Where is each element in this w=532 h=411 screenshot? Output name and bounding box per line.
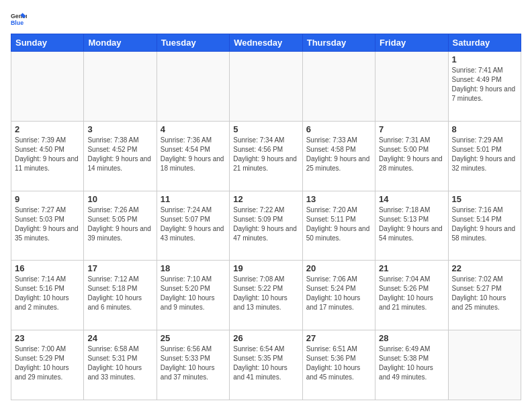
calendar-cell	[375, 52, 448, 122]
calendar-cell: 15Sunrise: 7:16 AM Sunset: 5:14 PM Dayli…	[448, 191, 521, 261]
day-info: Sunrise: 7:33 AM Sunset: 4:58 PM Dayligh…	[306, 136, 371, 173]
calendar-week-3: 16Sunrise: 7:14 AM Sunset: 5:16 PM Dayli…	[11, 261, 521, 330]
weekday-header-tuesday: Tuesday	[157, 34, 229, 52]
day-number: 4	[161, 124, 226, 134]
day-number: 26	[233, 333, 298, 343]
calendar-cell: 2Sunrise: 7:39 AM Sunset: 4:50 PM Daylig…	[11, 121, 84, 191]
logo: General Blue	[11, 11, 30, 27]
day-info: Sunrise: 7:29 AM Sunset: 5:01 PM Dayligh…	[452, 136, 517, 173]
day-number: 19	[233, 263, 298, 273]
day-number: 18	[161, 263, 226, 273]
day-info: Sunrise: 7:14 AM Sunset: 5:16 PM Dayligh…	[15, 275, 80, 312]
day-info: Sunrise: 7:10 AM Sunset: 5:20 PM Dayligh…	[161, 275, 226, 312]
day-number: 17	[87, 263, 152, 273]
calendar-cell	[230, 52, 302, 122]
day-info: Sunrise: 7:00 AM Sunset: 5:29 PM Dayligh…	[15, 345, 80, 382]
day-info: Sunrise: 6:54 AM Sunset: 5:35 PM Dayligh…	[233, 345, 298, 382]
calendar-cell: 11Sunrise: 7:24 AM Sunset: 5:07 PM Dayli…	[157, 191, 229, 261]
day-number: 14	[379, 194, 444, 204]
calendar-cell: 22Sunrise: 7:02 AM Sunset: 5:27 PM Dayli…	[448, 261, 521, 330]
day-info: Sunrise: 6:58 AM Sunset: 5:31 PM Dayligh…	[87, 345, 152, 382]
day-number: 15	[452, 194, 517, 204]
day-number: 24	[87, 333, 152, 343]
calendar-cell: 23Sunrise: 7:00 AM Sunset: 5:29 PM Dayli…	[11, 330, 84, 400]
calendar-cell: 16Sunrise: 7:14 AM Sunset: 5:16 PM Dayli…	[11, 261, 84, 330]
day-info: Sunrise: 7:36 AM Sunset: 4:54 PM Dayligh…	[161, 136, 226, 173]
day-number: 23	[15, 333, 80, 343]
day-info: Sunrise: 7:41 AM Sunset: 4:49 PM Dayligh…	[452, 66, 517, 103]
calendar-cell: 4Sunrise: 7:36 AM Sunset: 4:54 PM Daylig…	[157, 121, 229, 191]
calendar-cell: 9Sunrise: 7:27 AM Sunset: 5:03 PM Daylig…	[11, 191, 84, 261]
calendar-cell: 13Sunrise: 7:20 AM Sunset: 5:11 PM Dayli…	[302, 191, 375, 261]
day-info: Sunrise: 6:56 AM Sunset: 5:33 PM Dayligh…	[161, 345, 226, 382]
calendar-cell: 19Sunrise: 7:08 AM Sunset: 5:22 PM Dayli…	[230, 261, 302, 330]
day-number: 27	[306, 333, 371, 343]
day-info: Sunrise: 7:31 AM Sunset: 5:00 PM Dayligh…	[379, 136, 444, 173]
calendar-cell: 7Sunrise: 7:31 AM Sunset: 5:00 PM Daylig…	[375, 121, 448, 191]
weekday-header-monday: Monday	[84, 34, 157, 52]
calendar-cell: 1Sunrise: 7:41 AM Sunset: 4:49 PM Daylig…	[448, 52, 521, 122]
calendar-cell: 14Sunrise: 7:18 AM Sunset: 5:13 PM Dayli…	[375, 191, 448, 261]
svg-text:Blue: Blue	[11, 19, 24, 26]
day-info: Sunrise: 7:24 AM Sunset: 5:07 PM Dayligh…	[161, 205, 226, 243]
day-info: Sunrise: 7:39 AM Sunset: 4:50 PM Dayligh…	[15, 136, 80, 173]
day-number: 10	[87, 194, 152, 204]
page: General Blue SundayMondayTuesdayWednesda…	[0, 0, 532, 411]
calendar-cell	[448, 330, 521, 400]
day-info: Sunrise: 7:16 AM Sunset: 5:14 PM Dayligh…	[452, 205, 517, 243]
day-info: Sunrise: 6:51 AM Sunset: 5:36 PM Dayligh…	[306, 345, 371, 382]
day-info: Sunrise: 6:49 AM Sunset: 5:38 PM Dayligh…	[379, 345, 444, 382]
day-info: Sunrise: 7:38 AM Sunset: 4:52 PM Dayligh…	[87, 136, 152, 173]
day-number: 9	[15, 194, 80, 204]
calendar-cell: 21Sunrise: 7:04 AM Sunset: 5:26 PM Dayli…	[375, 261, 448, 330]
calendar-cell	[84, 52, 157, 122]
day-info: Sunrise: 7:22 AM Sunset: 5:09 PM Dayligh…	[233, 205, 298, 243]
calendar-table: SundayMondayTuesdayWednesdayThursdayFrid…	[11, 34, 521, 400]
calendar-cell: 18Sunrise: 7:10 AM Sunset: 5:20 PM Dayli…	[157, 261, 229, 330]
day-info: Sunrise: 7:34 AM Sunset: 4:56 PM Dayligh…	[233, 136, 298, 173]
calendar-cell: 28Sunrise: 6:49 AM Sunset: 5:38 PM Dayli…	[375, 330, 448, 400]
calendar-cell	[11, 52, 84, 122]
calendar-cell: 3Sunrise: 7:38 AM Sunset: 4:52 PM Daylig…	[84, 121, 157, 191]
day-number: 12	[233, 194, 298, 204]
weekday-header-thursday: Thursday	[302, 34, 375, 52]
weekday-header-wednesday: Wednesday	[230, 34, 302, 52]
day-info: Sunrise: 7:26 AM Sunset: 5:05 PM Dayligh…	[87, 205, 152, 243]
calendar-cell: 20Sunrise: 7:06 AM Sunset: 5:24 PM Dayli…	[302, 261, 375, 330]
calendar-cell: 6Sunrise: 7:33 AM Sunset: 4:58 PM Daylig…	[302, 121, 375, 191]
calendar-cell	[157, 52, 229, 122]
calendar-cell: 27Sunrise: 6:51 AM Sunset: 5:36 PM Dayli…	[302, 330, 375, 400]
day-number: 1	[452, 54, 517, 64]
day-number: 7	[379, 124, 444, 134]
calendar-cell: 12Sunrise: 7:22 AM Sunset: 5:09 PM Dayli…	[230, 191, 302, 261]
day-number: 25	[161, 333, 226, 343]
day-number: 13	[306, 194, 371, 204]
calendar-week-1: 2Sunrise: 7:39 AM Sunset: 4:50 PM Daylig…	[11, 121, 521, 191]
day-number: 28	[379, 333, 444, 343]
calendar-cell: 25Sunrise: 6:56 AM Sunset: 5:33 PM Dayli…	[157, 330, 229, 400]
day-info: Sunrise: 7:20 AM Sunset: 5:11 PM Dayligh…	[306, 205, 371, 243]
day-number: 11	[161, 194, 226, 204]
day-number: 16	[15, 263, 80, 273]
calendar-cell: 5Sunrise: 7:34 AM Sunset: 4:56 PM Daylig…	[230, 121, 302, 191]
day-info: Sunrise: 7:27 AM Sunset: 5:03 PM Dayligh…	[15, 205, 80, 243]
calendar-cell: 10Sunrise: 7:26 AM Sunset: 5:05 PM Dayli…	[84, 191, 157, 261]
day-number: 3	[87, 124, 152, 134]
calendar-week-0: 1Sunrise: 7:41 AM Sunset: 4:49 PM Daylig…	[11, 52, 521, 122]
weekday-header-saturday: Saturday	[448, 34, 521, 52]
calendar-week-4: 23Sunrise: 7:00 AM Sunset: 5:29 PM Dayli…	[11, 330, 521, 400]
day-number: 20	[306, 263, 371, 273]
day-info: Sunrise: 7:04 AM Sunset: 5:26 PM Dayligh…	[379, 275, 444, 312]
calendar-week-2: 9Sunrise: 7:27 AM Sunset: 5:03 PM Daylig…	[11, 191, 521, 261]
calendar-cell: 24Sunrise: 6:58 AM Sunset: 5:31 PM Dayli…	[84, 330, 157, 400]
day-number: 22	[452, 263, 517, 273]
day-info: Sunrise: 7:12 AM Sunset: 5:18 PM Dayligh…	[87, 275, 152, 312]
calendar-cell: 17Sunrise: 7:12 AM Sunset: 5:18 PM Dayli…	[84, 261, 157, 330]
day-number: 21	[379, 263, 444, 273]
logo-icon: General Blue	[11, 11, 27, 27]
calendar-cell	[302, 52, 375, 122]
day-number: 2	[15, 124, 80, 134]
calendar-cell: 26Sunrise: 6:54 AM Sunset: 5:35 PM Dayli…	[230, 330, 302, 400]
day-info: Sunrise: 7:18 AM Sunset: 5:13 PM Dayligh…	[379, 205, 444, 243]
header: General Blue	[11, 11, 521, 27]
